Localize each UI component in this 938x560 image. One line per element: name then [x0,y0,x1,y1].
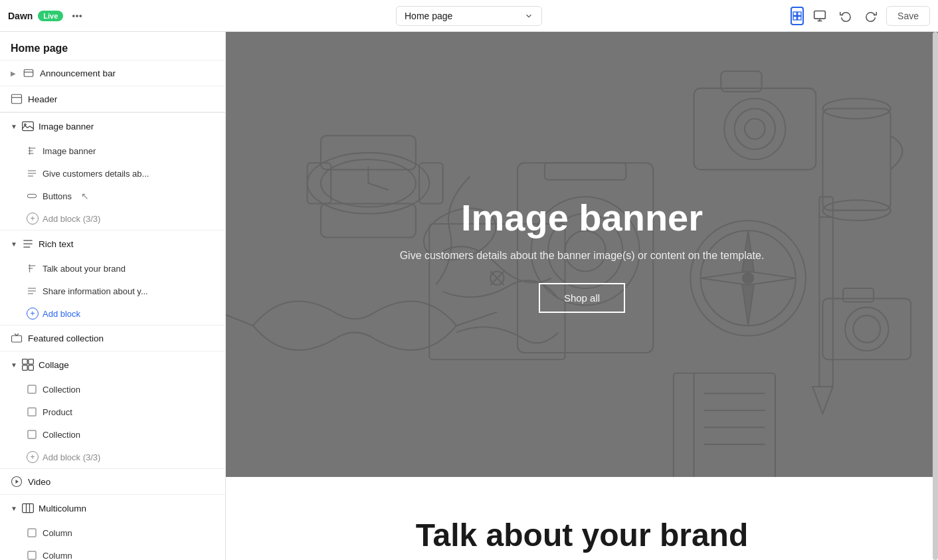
more-options-button[interactable] [68,7,86,25]
sidebar-child-image-banner-details-label: Give customers details ab... [43,169,149,179]
svg-point-15 [24,124,26,126]
toggle-multicolumn: ▼ [11,505,17,512]
topbar: Dawn Live Home page Save [0,0,938,32]
svg-rect-6 [798,16,801,19]
svg-rect-3 [793,12,797,15]
sidebar-item-multicolumn-label: Multicolumn [39,504,86,513]
svg-point-2 [80,15,81,16]
sidebar-item-image-banner[interactable]: ▼ Image banner [0,113,225,140]
sidebar-child-collage-product[interactable]: Product [0,401,225,423]
sidebar-item-image-banner-label: Image banner [39,122,94,132]
svg-rect-5 [793,16,797,19]
svg-rect-33 [23,359,28,365]
sidebar-child-collage-collection1-label: Collection [43,385,80,395]
undo-button[interactable] [836,6,856,26]
collage-icon [21,358,35,371]
expand-arrow-announcement: ▶ [11,70,16,77]
text-lines-icon [27,168,37,179]
sidebar-item-featured-collection[interactable]: Featured collection [0,326,225,351]
sidebar-section-collage: ▼ Collage Collection Product Collection … [0,351,225,469]
sidebar-item-rich-text-label: Rich text [39,239,74,249]
add-block-icon: + [27,213,39,225]
sidebar-child-multicolumn-col2[interactable]: Column [0,544,225,560]
sidebar-child-buttons[interactable]: Buttons ↖ [0,185,225,207]
svg-point-1 [76,15,78,16]
sidebar-item-collage-label: Collage [39,360,69,370]
sidebar-child-collage-collection2-label: Collection [43,430,80,440]
sidebar-item-video[interactable]: Video [0,469,225,494]
add-block-image-banner-label: Add block (3/3) [43,214,100,224]
crop-icon-col1 [27,527,37,538]
text-icon [27,145,37,156]
svg-rect-34 [29,359,34,365]
sidebar-section-announcement: ▶ Announcement bar [0,60,225,86]
sidebar-child-talk-brand[interactable]: Talk about your brand [0,257,225,280]
add-block-rich-text[interactable]: + Add block [0,302,225,325]
store-name: Dawn [8,11,33,21]
sidebar-child-image-banner-details[interactable]: Give customers details ab... [0,162,225,185]
sidebar-child-multicolumn-col1[interactable]: Column [0,521,225,544]
sidebar-child-buttons-label: Buttons [43,191,72,201]
sidebar-item-announcement-bar[interactable]: ▶ Announcement bar [0,60,225,86]
svg-rect-46 [28,551,36,559]
add-block-collage[interactable]: + Add block (3/3) [0,446,225,468]
canvas: Image banner Give customers details abou… [226,32,938,560]
banner-content: Image banner Give customers details abou… [400,196,765,313]
main-content: Home page ▶ Announcement bar Header ▼ Im… [0,32,938,560]
scrollbar[interactable] [933,32,938,560]
redo-button[interactable] [861,6,881,26]
svg-rect-7 [814,11,826,19]
redo-icon [865,10,877,22]
sidebar-child-multicolumn-col1-label: Column [43,528,72,538]
header-icon [11,93,23,105]
crop-icon-1 [27,384,37,395]
cursor-select-icon [791,7,804,25]
sidebar-section-video: Video [0,469,225,495]
undo-icon [840,10,852,22]
add-block-rich-text-label: Add block [43,309,80,319]
rich-text-icon [21,237,35,250]
sidebar-item-multicolumn[interactable]: ▼ Multicolumn [0,495,225,521]
sidebar-item-header[interactable]: Header [0,86,225,112]
desktop-view-button[interactable] [809,5,830,27]
sidebar-header: Home page [0,32,225,60]
svg-rect-12 [12,94,22,104]
svg-marker-41 [16,480,19,484]
page-selector[interactable]: Home page [396,6,542,26]
shop-all-button[interactable]: Shop all [539,283,625,313]
sidebar-item-collage[interactable]: ▼ Collage [0,351,225,378]
add-block-image-banner[interactable]: + Add block (3/3) [0,207,225,230]
svg-rect-35 [23,365,28,371]
add-block-collage-icon: + [27,451,39,463]
sidebar-child-image-banner-title[interactable]: Image banner [0,140,225,162]
sidebar-child-collage-collection1[interactable]: Collection [0,378,225,401]
featured-collection-icon [11,332,23,344]
brand-title: Talk about your brand [252,517,911,553]
svg-rect-37 [28,385,36,393]
cursor-icon: ↖ [81,191,89,201]
topbar-center: Home page [149,6,789,26]
sidebar: Home page ▶ Announcement bar Header ▼ Im… [0,32,226,560]
sidebar-child-collage-product-label: Product [43,407,72,417]
sidebar-item-rich-text[interactable]: ▼ Rich text [0,231,225,257]
chevron-down-icon [524,11,533,21]
toggle-rich-text: ▼ [11,240,17,248]
sidebar-section-rich-text: ▼ Rich text Talk about your brand Share … [0,231,225,326]
sidebar-section-multicolumn: ▼ Multicolumn Column Column Column [0,495,225,560]
svg-point-0 [73,15,74,16]
page-selector-text: Home page [405,11,452,21]
sidebar-section-image-banner: ▼ Image banner Image banner Give custome… [0,113,225,231]
sidebar-child-collage-collection2[interactable]: Collection [0,423,225,446]
save-button[interactable]: Save [886,6,930,26]
svg-rect-4 [798,12,801,15]
sidebar-section-featured-collection: Featured collection [0,326,225,351]
sidebar-child-share-info[interactable]: Share information about y... [0,280,225,302]
buttons-icon [27,191,37,201]
banner-subtitle: Give customers details about the banner … [400,250,765,262]
crop-icon-3 [27,429,37,440]
toggle-collage: ▼ [11,361,17,369]
svg-rect-36 [29,365,34,371]
desktop-icon [813,9,826,23]
live-badge: Live [38,11,63,21]
sidebar-item-announcement-label: Announcement bar [40,68,116,78]
